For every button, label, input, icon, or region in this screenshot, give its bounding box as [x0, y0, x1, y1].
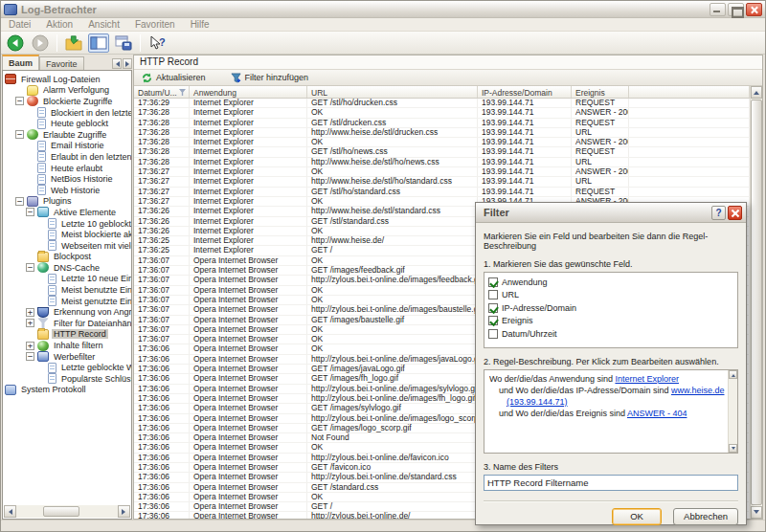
tree-item[interactable]: Blockpost	[3, 252, 131, 263]
tab-scroll-right[interactable]	[123, 58, 132, 69]
tree-item[interactable]: Heute erlaubt	[3, 163, 131, 174]
scroll-up-button[interactable]	[729, 370, 737, 379]
scroll-down-button[interactable]	[729, 444, 737, 453]
rule-box-scrollbar[interactable]	[728, 370, 737, 453]
tree-horizontal-scrollbar[interactable]	[4, 505, 130, 518]
scrollbar-thumb[interactable]	[751, 100, 762, 505]
minus-expander[interactable]: −	[26, 263, 34, 272]
tree-item[interactable]: Erlaubt in den letzten 10 Mi	[3, 151, 131, 163]
table-row[interactable]: 17:36:28Internet Explorerhttp://www.heis…	[134, 158, 750, 167]
back-button[interactable]	[5, 33, 26, 53]
tree-item[interactable]: Meist genutzte Einträge	[3, 296, 131, 307]
tab-baum[interactable]: Baum	[2, 55, 39, 70]
rule-link-domain[interactable]: www.heise.de	[671, 386, 725, 395]
tree-item[interactable]: +Filter für Dateianhänge	[3, 318, 131, 329]
tree-item[interactable]: Meist benutzte Einträge	[3, 284, 131, 296]
minus-expander[interactable]: −	[26, 352, 34, 361]
tree-item[interactable]: Letzte geblockte Werbe	[3, 362, 131, 373]
rule-link-ereignis[interactable]: ANSWER - 404	[627, 409, 687, 418]
add-filter-button[interactable]: Filter hinzufügen	[231, 73, 309, 83]
column-header-anwendung[interactable]: Anwendung	[190, 86, 307, 98]
tree-item[interactable]: Email Historie	[3, 141, 131, 152]
tree-item[interactable]: Meist blockierte aktive In	[3, 229, 131, 240]
tree-item[interactable]: Letzte 10 neue Einträge	[3, 274, 131, 285]
forward-button[interactable]	[30, 33, 51, 53]
checkbox-checked-icon[interactable]	[488, 303, 498, 313]
tree-item[interactable]: −Blockierte Zugriffe	[3, 96, 131, 107]
field-option[interactable]: IP-Adresse/Domain	[488, 301, 733, 315]
scroll-left-button[interactable]	[4, 505, 16, 518]
context-help-button[interactable]: ?	[146, 33, 168, 53]
tree-item[interactable]: HTTP Record	[3, 329, 131, 341]
tree-item[interactable]: System Protokoll	[3, 385, 131, 396]
tree-item[interactable]: Alarm Verfolgung	[3, 85, 131, 97]
plus-expander[interactable]: +	[26, 342, 34, 350]
tree-item[interactable]: Letzte 10 geblockte akti	[3, 218, 131, 230]
table-row[interactable]: 17:36:28Internet ExplorerOK193.99.144.71…	[134, 138, 750, 147]
menu-favoriten[interactable]: Favoriten	[135, 19, 175, 30]
export-save-button[interactable]	[113, 33, 134, 53]
checkbox-unchecked-icon[interactable]	[488, 329, 498, 339]
tree-item[interactable]: Firewall Log-Dateien	[3, 74, 131, 85]
rule-link-anwendung[interactable]: Internet Explorer	[615, 374, 679, 384]
tree-item[interactable]: Populärste Schlüsselwör	[3, 373, 131, 385]
field-option[interactable]: URL	[488, 289, 733, 302]
table-row[interactable]: 17:36:28Internet ExplorerGET /stl/ho/new…	[134, 147, 750, 157]
minus-expander[interactable]: −	[26, 208, 34, 216]
cancel-button[interactable]: Abbrechen	[673, 508, 738, 525]
table-row[interactable]: 17:36:29Internet ExplorerGET /stl/ho/dru…	[134, 99, 750, 108]
table-row[interactable]: 17:36:27Internet ExplorerGET /stl/ho/sta…	[134, 188, 750, 197]
checkbox-checked-icon[interactable]	[488, 316, 498, 325]
tree-item[interactable]: +Inhalte filtern	[3, 340, 131, 351]
table-vertical-scrollbar[interactable]	[750, 86, 762, 519]
tree-item[interactable]: −Werbefilter	[3, 351, 131, 363]
minus-expander[interactable]: −	[15, 97, 24, 105]
tree-item[interactable]: NetBios Historie	[3, 173, 131, 185]
field-option[interactable]: Datum/Uhrzeit	[488, 327, 733, 341]
tree-item[interactable]: −Aktive Elemente	[3, 207, 131, 218]
minus-expander[interactable]: −	[15, 130, 24, 139]
tree-item[interactable]: Web Historie	[3, 185, 131, 196]
checkbox-unchecked-icon[interactable]	[488, 290, 498, 299]
close-button[interactable]	[746, 3, 762, 16]
tab-scroll-left[interactable]	[112, 58, 122, 69]
minus-expander[interactable]: −	[15, 197, 24, 206]
plus-expander[interactable]: +	[26, 319, 34, 327]
filter-name-input[interactable]	[484, 475, 738, 491]
refresh-button[interactable]: Aktualisieren	[142, 73, 206, 83]
tree-item[interactable]: −Plugins	[3, 196, 131, 208]
minimize-button[interactable]	[710, 3, 726, 16]
dialog-close-button[interactable]	[728, 206, 742, 220]
field-option[interactable]: Anwendung	[488, 276, 733, 289]
menu-aktion[interactable]: Aktion	[46, 19, 73, 30]
open-folder-button[interactable]	[63, 33, 84, 53]
menu-datei[interactable]: Datei	[9, 19, 31, 30]
menu-hilfe[interactable]: Hilfe	[191, 19, 210, 30]
column-header-datum[interactable]: Datum/U...	[134, 86, 190, 98]
dialog-help-button[interactable]: ?	[711, 206, 726, 220]
field-option[interactable]: Ereignis	[488, 315, 733, 328]
scroll-down-button[interactable]	[751, 506, 762, 519]
column-header-ip[interactable]: IP-Adresse/Domain	[478, 86, 572, 98]
tree-item[interactable]: Webseiten mit vielen akt	[3, 240, 131, 252]
checkbox-checked-icon[interactable]	[488, 277, 498, 287]
plus-expander[interactable]: +	[26, 308, 34, 317]
menu-ansicht[interactable]: Ansicht	[88, 19, 120, 30]
scrollbar-thumb[interactable]	[43, 506, 79, 517]
table-row[interactable]: 17:36:28Internet ExplorerOK193.99.144.71…	[134, 108, 750, 118]
column-header-ereignis[interactable]: Ereignis	[572, 86, 629, 98]
scroll-up-button[interactable]	[751, 86, 762, 99]
table-row[interactable]: 17:36:27Internet ExplorerOK193.99.144.71…	[134, 167, 750, 177]
tree-item[interactable]: Heute geblockt	[3, 118, 131, 129]
tab-favoriten[interactable]: Favorite	[39, 56, 84, 70]
column-header-url[interactable]: URL	[307, 86, 478, 98]
tree-item[interactable]: −DNS-Cache	[3, 262, 131, 274]
scroll-right-button[interactable]	[118, 505, 130, 518]
tree-item[interactable]: −Erlaubte Zugriffe	[3, 129, 131, 141]
toggle-panel-button[interactable]	[88, 33, 109, 53]
tree-item[interactable]: Blockiert in den letzten 10 M	[3, 107, 131, 119]
maximize-button[interactable]	[728, 3, 744, 16]
rule-link-ip[interactable]: (193.99.144.71)	[507, 397, 568, 407]
table-row[interactable]: 17:36:28Internet ExplorerGET /stl/drucke…	[134, 119, 750, 128]
tree-item[interactable]: +Erkennung von Angriffen	[3, 306, 131, 318]
